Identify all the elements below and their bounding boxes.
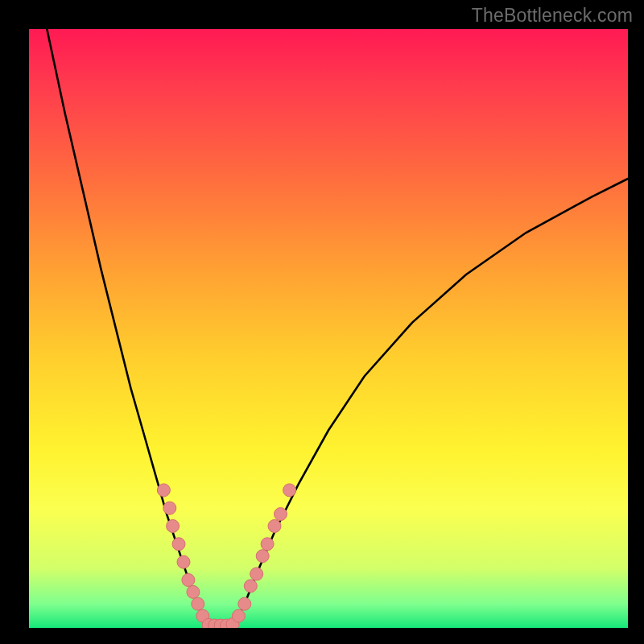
data-point-marker [232, 609, 245, 622]
curve-layer [47, 29, 628, 628]
chart-svg [29, 29, 628, 628]
data-point-marker [268, 520, 281, 533]
data-point-marker [182, 574, 195, 587]
watermark-text: TheBottleneck.com [472, 5, 633, 27]
data-point-marker [172, 538, 185, 551]
data-point-marker [238, 597, 251, 610]
data-point-marker [261, 538, 274, 551]
data-point-marker [192, 597, 204, 610]
data-point-marker [275, 508, 287, 521]
marker-layer [157, 484, 295, 628]
data-point-marker [244, 580, 257, 592]
data-point-marker [163, 502, 176, 514]
data-point-marker [256, 550, 269, 563]
data-point-marker [167, 520, 180, 533]
data-point-marker [177, 555, 190, 568]
bottleneck-curve [47, 29, 628, 628]
plot-area [29, 29, 628, 628]
data-point-marker [187, 585, 200, 598]
data-point-marker [283, 484, 296, 497]
chart-frame: TheBottleneck.com [0, 0, 644, 644]
data-point-marker [250, 568, 263, 580]
data-point-marker [157, 484, 170, 497]
